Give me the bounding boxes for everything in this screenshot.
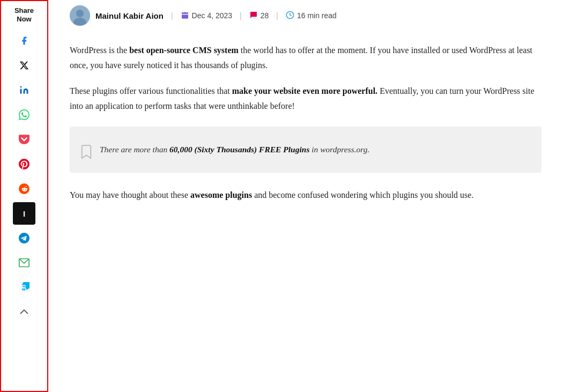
collapse-sidebar-button[interactable] bbox=[13, 303, 35, 320]
svg-point-0 bbox=[20, 86, 22, 88]
skype-share-button[interactable] bbox=[13, 276, 35, 299]
read-time-meta: 16 min read bbox=[286, 11, 337, 21]
svg-rect-6 bbox=[182, 12, 188, 18]
read-time: 16 min read bbox=[297, 11, 337, 20]
article-date: Dec 4, 2023 bbox=[192, 11, 233, 20]
article-body: WordPress is the best open-source CMS sy… bbox=[70, 43, 541, 203]
pinterest-share-button[interactable] bbox=[13, 153, 35, 175]
separator-3: | bbox=[276, 11, 278, 20]
whatsapp-share-button[interactable] bbox=[13, 103, 35, 126]
telegram-share-button[interactable] bbox=[13, 227, 35, 249]
paragraph-2: These plugins offer various functionalit… bbox=[70, 84, 541, 114]
separator-1: | bbox=[171, 11, 173, 20]
comment-icon bbox=[249, 11, 258, 21]
author-name: Mainul Kabir Aion bbox=[95, 11, 164, 20]
quote-box: There are more than 60,000 (Sixty Thousa… bbox=[70, 127, 541, 173]
email-share-button[interactable] bbox=[13, 252, 35, 274]
x-twitter-share-button[interactable] bbox=[13, 54, 35, 77]
share-sidebar: ShareNow I bbox=[0, 0, 48, 392]
bookmark-icon bbox=[80, 142, 92, 167]
pocket-share-button[interactable] bbox=[13, 128, 35, 151]
quote-text: There are more than 60,000 (Sixty Thousa… bbox=[100, 145, 369, 154]
paragraph-3: You may have thought about these awesome… bbox=[70, 188, 541, 203]
svg-point-4 bbox=[76, 10, 84, 17]
facebook-share-button[interactable] bbox=[13, 29, 35, 52]
share-now-label: ShareNow bbox=[14, 6, 34, 23]
calendar-icon bbox=[181, 11, 189, 21]
comments-meta: 28 bbox=[249, 11, 269, 21]
article-content: Mainul Kabir Aion | Dec 4, 2023 | 28 | 1… bbox=[48, 0, 574, 392]
comment-count: 28 bbox=[261, 11, 269, 20]
linkedin-share-button[interactable] bbox=[13, 79, 35, 101]
separator-2: | bbox=[240, 11, 242, 20]
author-avatar bbox=[70, 5, 90, 26]
instapaper-share-button[interactable]: I bbox=[13, 202, 35, 225]
reddit-share-button[interactable] bbox=[13, 177, 35, 200]
author-meta-row: Mainul Kabir Aion | Dec 4, 2023 | 28 | 1… bbox=[70, 5, 541, 26]
paragraph-1: WordPress is the best open-source CMS sy… bbox=[70, 43, 541, 73]
clock-icon bbox=[286, 11, 294, 21]
date-meta: Dec 4, 2023 bbox=[181, 11, 233, 21]
